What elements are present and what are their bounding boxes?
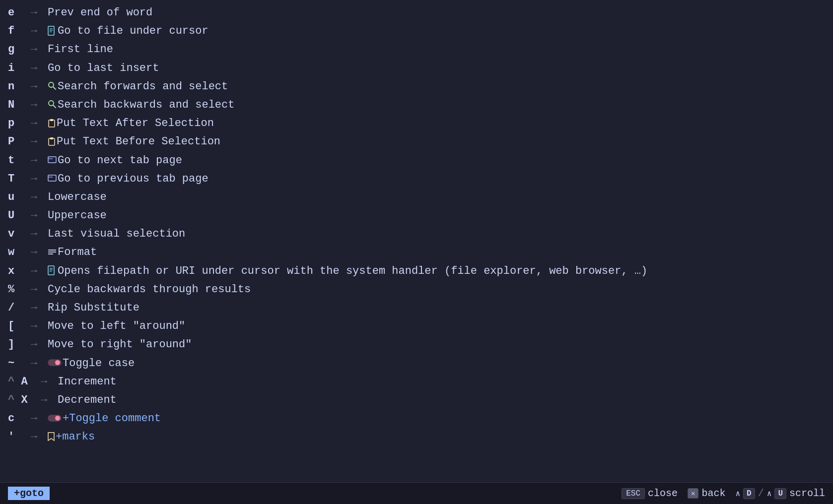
description-text: Go to file under cursor: [58, 22, 208, 40]
svg-rect-9: [50, 119, 53, 121]
arrow-icon: →: [31, 152, 45, 169]
table-row: /→Rip Substitute: [8, 299, 825, 316]
key-label: c: [8, 410, 28, 427]
caret-up-icon2: ∧: [767, 489, 772, 499]
key-label: N: [8, 96, 28, 114]
key-label: w: [8, 244, 28, 261]
description-text: Put Text Before Selection: [57, 133, 220, 150]
arrow-icon: →: [41, 373, 55, 390]
svg-point-24: [55, 360, 60, 365]
description-text: Prev end of word: [48, 4, 152, 21]
description-text: Go to last insert: [48, 60, 159, 77]
description-text: Opens filepath or URI under cursor with …: [58, 262, 647, 280]
table-row: ]→Move to right "around": [8, 336, 825, 353]
caret-up-icon: ∧: [735, 489, 740, 499]
format-icon: [48, 246, 57, 260]
arrow-icon: →: [31, 428, 45, 445]
toggle-icon: [48, 356, 62, 371]
status-mode: +goto: [8, 487, 50, 500]
description-text: Put Text After Selection: [57, 115, 214, 132]
table-row: e→Prev end of word: [8, 4, 825, 21]
key-label: ]: [8, 336, 28, 353]
description-text: Increment: [58, 373, 117, 390]
arrow-icon: →: [31, 355, 45, 372]
key-label: ^ A: [8, 373, 38, 390]
table-row: U→Uppercase: [8, 207, 825, 224]
description-text: Toggle case: [63, 355, 135, 372]
svg-rect-19: [48, 266, 54, 275]
arrow-icon: →: [31, 281, 45, 298]
table-row: N→Search backwards and select: [8, 96, 825, 114]
table-row: P→Put Text Before Selection: [8, 133, 825, 150]
esc-key: ESC: [622, 488, 645, 499]
arrow-icon: →: [41, 391, 55, 409]
table-row: ~→Toggle case: [8, 355, 825, 372]
table-row: v→Last visual selection: [8, 225, 825, 243]
status-bar: +goto ESC close ✕ back ∧ D / ∧ U scroll: [0, 482, 833, 504]
svg-point-26: [55, 416, 60, 421]
arrow-icon: →: [31, 207, 45, 224]
key-label: P: [8, 133, 28, 150]
key-label: /: [8, 299, 28, 316]
esc-hint: ESC close: [622, 488, 678, 499]
table-row: g→First line: [8, 41, 825, 58]
table-row: w→Format: [8, 244, 825, 261]
table-row: c→+Toggle comment: [8, 410, 825, 427]
table-row: ^ X→Decrement: [8, 391, 825, 409]
description-text: First line: [48, 41, 113, 58]
svg-rect-10: [49, 138, 55, 145]
clipboard-icon: [48, 116, 56, 130]
table-row: ^ A→Increment: [8, 373, 825, 390]
file-icon: [48, 24, 57, 38]
description-text: +Toggle comment: [63, 410, 161, 427]
key-label: ^ X: [8, 391, 38, 409]
scroll-label: scroll: [789, 488, 825, 499]
keybind-list: e→Prev end of wordf→Go to file under cur…: [0, 0, 833, 482]
description-text: Format: [58, 244, 97, 261]
svg-rect-8: [49, 120, 55, 127]
description-text: Go to previous tab page: [58, 170, 208, 188]
table-row: i→Go to last insert: [8, 60, 825, 77]
description-text: Cycle backwards through results: [48, 281, 251, 298]
arrow-icon: →: [31, 4, 45, 21]
arrow-icon: →: [31, 262, 45, 280]
arrow-icon: →: [31, 317, 45, 335]
key-label: e: [8, 4, 28, 21]
tab-icon: [48, 153, 57, 168]
search-icon: [48, 79, 57, 94]
description-text: Move to left "around": [48, 317, 185, 335]
key-label: ': [8, 428, 28, 445]
svg-rect-14: [48, 175, 56, 181]
table-row: x→Opens filepath or URI under cursor wit…: [8, 262, 825, 280]
arrow-icon: →: [31, 115, 45, 132]
key-label: u: [8, 189, 28, 206]
d-key: D: [743, 488, 755, 499]
u-key: U: [774, 488, 786, 499]
back-hint: ✕ back: [688, 488, 725, 499]
svg-rect-12: [48, 157, 56, 163]
description-text: Decrement: [58, 391, 117, 409]
key-label: T: [8, 170, 28, 188]
table-row: p→Put Text After Selection: [8, 115, 825, 132]
toggle-icon: [48, 411, 62, 426]
close-label: close: [648, 488, 678, 499]
arrow-icon: →: [31, 336, 45, 353]
arrow-icon: →: [31, 22, 45, 40]
arrow-icon: →: [31, 60, 45, 77]
scroll-hint: ∧ D / ∧ U scroll: [735, 488, 825, 499]
description-text: Lowercase: [48, 189, 107, 206]
key-label: v: [8, 225, 28, 243]
back-label: back: [701, 488, 725, 499]
arrow-icon: →: [31, 299, 45, 316]
description-text: Uppercase: [48, 207, 107, 224]
file-icon: [48, 264, 57, 278]
arrow-icon: →: [31, 78, 45, 95]
svg-line-7: [53, 105, 56, 108]
key-label: i: [8, 60, 28, 77]
table-row: t→Go to next tab page: [8, 152, 825, 169]
description-text: +marks: [56, 428, 95, 445]
svg-line-5: [53, 87, 56, 89]
arrow-icon: →: [31, 133, 45, 150]
search-icon: [48, 98, 57, 112]
clipboard-icon: [48, 135, 56, 149]
